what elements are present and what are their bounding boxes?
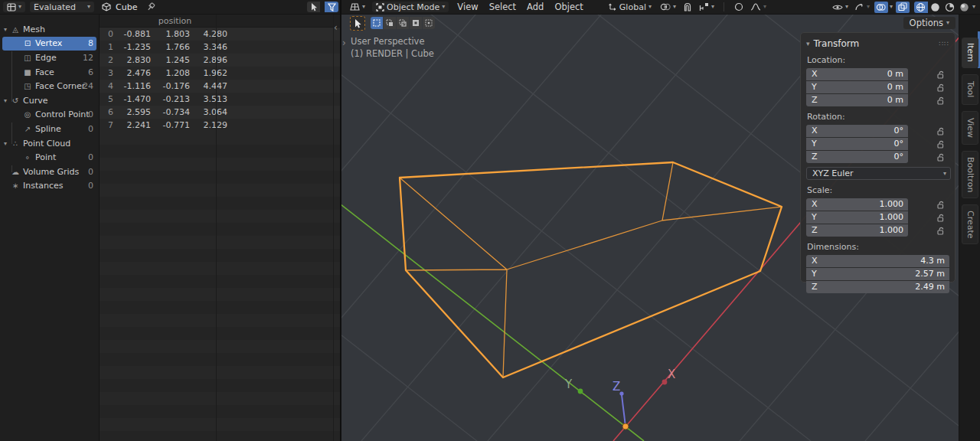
- transform-orientation-dropdown[interactable]: Global ▾: [604, 2, 655, 12]
- tree-item-volume-grids[interactable]: ☁Volume Grids0: [0, 165, 99, 179]
- scale-y-field[interactable]: Y1.000: [806, 211, 908, 224]
- xray-toggle[interactable]: [896, 2, 910, 13]
- select-mode-subtract[interactable]: [397, 17, 409, 29]
- lock-icon[interactable]: [936, 201, 945, 209]
- proportional-editing-toggle[interactable]: [732, 2, 746, 13]
- rotation-y-field[interactable]: Y0°: [806, 138, 908, 150]
- select-mode-invert[interactable]: [410, 17, 422, 29]
- pivot-point-dropdown[interactable]: ▾: [658, 2, 678, 12]
- tree-item-mesh[interactable]: ▾◬Mesh: [0, 22, 99, 37]
- lock-icon[interactable]: [936, 96, 945, 105]
- x-axis-label: X: [668, 368, 675, 381]
- tree-item-face[interactable]: ■Face6: [0, 65, 99, 80]
- proportional-falloff-dropdown[interactable]: ▾: [749, 2, 768, 12]
- gizmos-dropdown[interactable]: ▾: [853, 2, 871, 12]
- tree-item-instances[interactable]: ∗Instances0: [0, 179, 99, 194]
- dimensions-x-field[interactable]: X4.3 m: [806, 255, 949, 267]
- menu-select[interactable]: Select: [484, 2, 521, 12]
- options-button[interactable]: Options ▾: [903, 17, 956, 29]
- lock-icon[interactable]: [936, 214, 945, 222]
- dataset-dropdown[interactable]: Evaluated ▾: [30, 2, 94, 12]
- row-filter-cursor-button[interactable]: [307, 2, 320, 12]
- spreadsheet-header: ▾ Evaluated ▾ Cube: [0, 0, 341, 15]
- tree-item-point-cloud[interactable]: ▾∴Point Cloud: [0, 136, 99, 151]
- snap-settings-dropdown[interactable]: ▾: [697, 2, 716, 12]
- shading-wireframe-button[interactable]: [914, 2, 928, 13]
- column-divider[interactable]: [216, 15, 217, 441]
- row-index: 0: [100, 28, 116, 41]
- dimensions-y-field[interactable]: Y2.57 m: [806, 268, 949, 280]
- chevron-down-icon[interactable]: ▾: [0, 97, 11, 104]
- spreadsheet-column-header[interactable]: position: [100, 15, 341, 28]
- tab-tool[interactable]: Tool: [962, 74, 978, 105]
- axis-label: X: [806, 198, 818, 211]
- lock-icon[interactable]: [936, 83, 945, 92]
- tree-item-point[interactable]: ∘Point0: [0, 150, 99, 165]
- filter-funnel-button[interactable]: [325, 2, 338, 12]
- tree-item-spline[interactable]: ↗Spline0: [0, 122, 99, 136]
- mode-dropdown[interactable]: Object Mode ▾: [372, 2, 449, 12]
- tab-booltron[interactable]: Booltron: [962, 151, 978, 198]
- location-y-field[interactable]: Y0 m: [806, 81, 908, 93]
- tree-item-vertex[interactable]: ⊡Vertex8: [2, 37, 96, 51]
- location-z-field[interactable]: Z0 m: [806, 94, 908, 106]
- snap-increment-icon: [699, 2, 709, 11]
- position-y-value: -0.213: [153, 93, 192, 106]
- menu-view[interactable]: View: [452, 2, 483, 12]
- domain-count: 24: [83, 81, 93, 91]
- location-y-row: Y0 m: [806, 81, 949, 93]
- editor-divider[interactable]: [340, 0, 341, 441]
- chevron-down-icon[interactable]: ▾: [0, 26, 11, 33]
- position-z-value: 2.896: [192, 54, 230, 67]
- lock-icon[interactable]: [936, 140, 945, 149]
- position-z-value: 1.962: [192, 67, 230, 80]
- rotation-z-field[interactable]: Z0°: [806, 151, 908, 163]
- rotation-y-row: Y0°: [806, 138, 949, 150]
- tree-item-curve[interactable]: ▾↺Curve: [0, 93, 99, 108]
- rotation-mode-dropdown[interactable]: XYZ Euler▾: [806, 167, 951, 180]
- lock-icon[interactable]: [936, 153, 945, 162]
- column-divider[interactable]: [333, 15, 334, 441]
- shading-solid-button[interactable]: [929, 2, 942, 13]
- overlays-toggle[interactable]: [874, 2, 888, 13]
- lock-icon[interactable]: [936, 70, 945, 79]
- location-x-field[interactable]: X0 m: [806, 68, 908, 80]
- select-mode-intersect[interactable]: [423, 17, 435, 29]
- tree-item-face-corner[interactable]: ◳Face Corner24: [0, 79, 99, 93]
- scale-x-field[interactable]: X1.000: [806, 198, 908, 211]
- tab-item[interactable]: Item: [962, 38, 978, 68]
- tab-view[interactable]: View: [962, 111, 978, 145]
- active-tool-select-box[interactable]: [350, 16, 365, 31]
- region-expand-arrow[interactable]: ›: [342, 38, 346, 48]
- gizmo-icon: [854, 2, 864, 11]
- snap-magnet-toggle[interactable]: [681, 2, 694, 13]
- region-collapse-arrow[interactable]: ‹: [334, 22, 338, 33]
- pin-icon[interactable]: [146, 2, 155, 11]
- lock-icon[interactable]: [936, 227, 945, 235]
- shading-rendered-button[interactable]: [958, 2, 972, 13]
- editor-type-button[interactable]: ▾: [3, 2, 25, 12]
- transform-panel-header[interactable]: ▾ Transform ∷∷: [806, 38, 949, 49]
- chevron-down-icon: ▾: [890, 4, 893, 10]
- select-mode-extend[interactable]: [384, 17, 396, 29]
- rotation-x-field[interactable]: X0°: [806, 125, 908, 137]
- tree-item-control-point[interactable]: ◎Control Point0: [0, 108, 99, 122]
- scale-z-field[interactable]: Z1.000: [806, 224, 908, 237]
- menu-object[interactable]: Object: [549, 2, 588, 12]
- breadcrumb-object-name[interactable]: Cube: [116, 2, 137, 12]
- menu-add[interactable]: Add: [521, 2, 549, 12]
- chevron-down-icon[interactable]: ▾: [0, 140, 11, 147]
- panel-drag-dots-icon[interactable]: ∷∷: [939, 40, 949, 47]
- object-visibility-dropdown[interactable]: ▾: [831, 2, 850, 12]
- lock-icon[interactable]: [936, 127, 945, 136]
- dimensions-z-field[interactable]: Z2.49 m: [806, 281, 949, 293]
- mode-dropdown-label: Object Mode: [387, 2, 439, 12]
- editor-type-button[interactable]: ▾: [346, 2, 369, 12]
- tree-item-edge[interactable]: ◫Edge12: [0, 51, 99, 65]
- select-mode-new[interactable]: [371, 17, 383, 29]
- tree-item-label: Face: [35, 67, 54, 77]
- viewport-caption: User Perspective (1) RENDER | Cube: [351, 35, 434, 60]
- shading-material-button[interactable]: [943, 2, 957, 13]
- tab-create[interactable]: Create: [962, 204, 978, 244]
- axis-label: X: [806, 68, 818, 80]
